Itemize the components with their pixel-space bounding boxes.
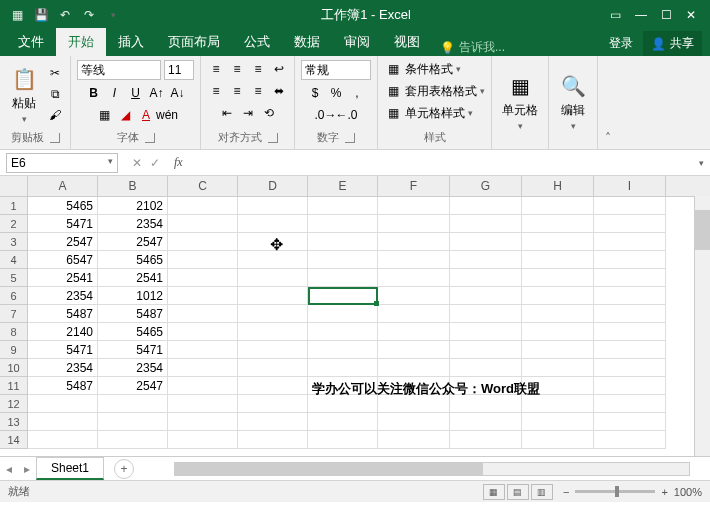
indent-increase-icon[interactable]: ⇥ bbox=[239, 104, 257, 122]
maximize-icon[interactable]: ☐ bbox=[661, 8, 672, 22]
tab-file[interactable]: 文件 bbox=[6, 28, 56, 56]
font-name-input[interactable] bbox=[77, 60, 161, 80]
cell[interactable]: 2102 bbox=[98, 197, 168, 215]
cell[interactable] bbox=[168, 269, 238, 287]
cell[interactable] bbox=[168, 197, 238, 215]
cell[interactable] bbox=[450, 269, 522, 287]
zoom-level[interactable]: 100% bbox=[674, 486, 702, 498]
cell[interactable]: 5487 bbox=[28, 377, 98, 395]
cell[interactable]: 2541 bbox=[28, 269, 98, 287]
italic-button[interactable]: I bbox=[106, 84, 124, 102]
cell[interactable] bbox=[522, 197, 594, 215]
cell[interactable] bbox=[522, 359, 594, 377]
cell[interactable] bbox=[28, 413, 98, 431]
cell[interactable]: 5471 bbox=[98, 341, 168, 359]
expand-formula-icon[interactable]: ▾ bbox=[693, 158, 710, 168]
cell[interactable] bbox=[594, 359, 666, 377]
tab-insert[interactable]: 插入 bbox=[106, 28, 156, 56]
horizontal-scrollbar[interactable] bbox=[174, 462, 690, 476]
comma-icon[interactable]: , bbox=[348, 84, 366, 102]
zoom-out-icon[interactable]: − bbox=[563, 486, 569, 498]
border-icon[interactable]: ▦ bbox=[95, 106, 113, 124]
launcher-icon[interactable] bbox=[50, 133, 60, 143]
cell[interactable]: 5471 bbox=[28, 215, 98, 233]
cell[interactable] bbox=[238, 287, 308, 305]
column-header[interactable]: H bbox=[522, 176, 594, 196]
align-right-icon[interactable]: ≡ bbox=[249, 82, 267, 100]
cell[interactable] bbox=[378, 323, 450, 341]
shrink-font-icon[interactable]: A↓ bbox=[169, 84, 187, 102]
launcher-icon[interactable] bbox=[145, 133, 155, 143]
cell[interactable] bbox=[450, 251, 522, 269]
cell[interactable] bbox=[168, 431, 238, 449]
cell[interactable] bbox=[378, 305, 450, 323]
cell[interactable]: 1012 bbox=[98, 287, 168, 305]
page-layout-view-icon[interactable]: ▤ bbox=[507, 484, 529, 500]
cell[interactable] bbox=[168, 377, 238, 395]
qat-dropdown-icon[interactable]: ▾ bbox=[104, 6, 122, 24]
fx-icon[interactable]: fx bbox=[168, 155, 189, 170]
cell[interactable] bbox=[450, 215, 522, 233]
cell[interactable] bbox=[238, 395, 308, 413]
name-box[interactable]: E6▾ bbox=[6, 153, 118, 173]
fill-color-icon[interactable]: ◢ bbox=[116, 106, 134, 124]
cell[interactable] bbox=[450, 359, 522, 377]
minimize-icon[interactable]: ― bbox=[635, 8, 647, 22]
cell[interactable] bbox=[522, 287, 594, 305]
cell[interactable] bbox=[594, 233, 666, 251]
row-header[interactable]: 14 bbox=[0, 431, 28, 449]
row-header[interactable]: 1 bbox=[0, 197, 28, 215]
launcher-icon[interactable] bbox=[345, 133, 355, 143]
cell[interactable] bbox=[450, 413, 522, 431]
zoom-in-icon[interactable]: + bbox=[661, 486, 667, 498]
column-header[interactable]: A bbox=[28, 176, 98, 196]
ribbon-options-icon[interactable]: ▭ bbox=[610, 8, 621, 22]
cell[interactable]: 2354 bbox=[28, 359, 98, 377]
cell[interactable] bbox=[522, 251, 594, 269]
accounting-icon[interactable]: $ bbox=[306, 84, 324, 102]
cell[interactable] bbox=[168, 323, 238, 341]
cell[interactable]: 2547 bbox=[98, 233, 168, 251]
launcher-icon[interactable] bbox=[268, 133, 278, 143]
cell[interactable]: 2140 bbox=[28, 323, 98, 341]
add-sheet-button[interactable]: + bbox=[114, 459, 134, 479]
normal-view-icon[interactable]: ▦ bbox=[483, 484, 505, 500]
row-header[interactable]: 4 bbox=[0, 251, 28, 269]
cell[interactable] bbox=[378, 359, 450, 377]
cell[interactable] bbox=[594, 197, 666, 215]
cell-styles-button[interactable]: ▦单元格样式▾ bbox=[384, 104, 473, 122]
enter-icon[interactable]: ✓ bbox=[150, 156, 160, 170]
cell[interactable] bbox=[378, 215, 450, 233]
column-header[interactable]: E bbox=[308, 176, 378, 196]
cell[interactable]: 5487 bbox=[28, 305, 98, 323]
cell[interactable] bbox=[98, 431, 168, 449]
decrease-decimal-icon[interactable]: ←.0 bbox=[338, 106, 356, 124]
cell[interactable] bbox=[594, 251, 666, 269]
cell[interactable] bbox=[378, 197, 450, 215]
indent-decrease-icon[interactable]: ⇤ bbox=[218, 104, 236, 122]
cell[interactable] bbox=[308, 269, 378, 287]
cell[interactable] bbox=[594, 215, 666, 233]
cell[interactable] bbox=[168, 215, 238, 233]
sheet-nav-next-icon[interactable]: ▸ bbox=[18, 462, 36, 476]
align-left-icon[interactable]: ≡ bbox=[207, 82, 225, 100]
cell[interactable] bbox=[238, 197, 308, 215]
cell[interactable] bbox=[168, 359, 238, 377]
cell[interactable] bbox=[594, 377, 666, 395]
wrap-text-icon[interactable]: ↩ bbox=[270, 60, 288, 78]
cell[interactable] bbox=[450, 341, 522, 359]
column-header[interactable]: D bbox=[238, 176, 308, 196]
editing-button[interactable]: 🔍编辑▾ bbox=[555, 72, 591, 131]
scroll-thumb[interactable] bbox=[695, 210, 710, 250]
row-header[interactable]: 8 bbox=[0, 323, 28, 341]
cell[interactable] bbox=[168, 413, 238, 431]
cell[interactable] bbox=[238, 251, 308, 269]
scroll-thumb[interactable] bbox=[175, 463, 483, 475]
cell[interactable]: 5471 bbox=[28, 341, 98, 359]
cell[interactable] bbox=[378, 413, 450, 431]
cell[interactable] bbox=[378, 431, 450, 449]
increase-decimal-icon[interactable]: .0→ bbox=[317, 106, 335, 124]
tab-home[interactable]: 开始 bbox=[56, 28, 106, 56]
cell[interactable] bbox=[308, 341, 378, 359]
cell[interactable] bbox=[522, 215, 594, 233]
